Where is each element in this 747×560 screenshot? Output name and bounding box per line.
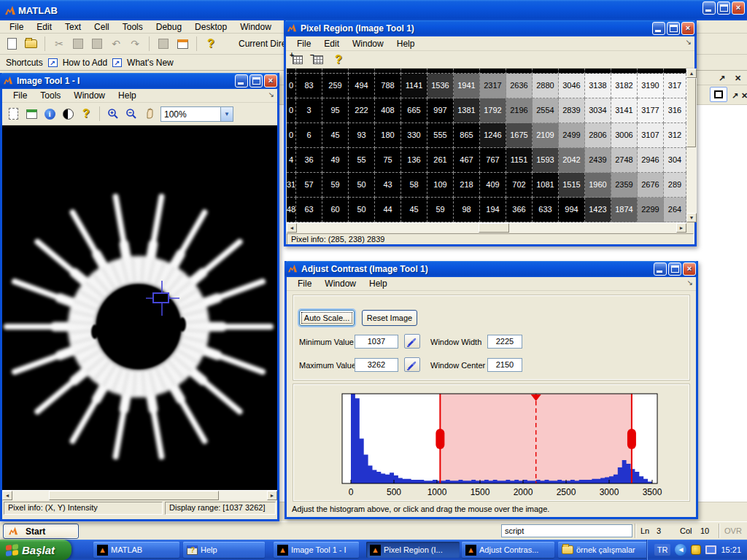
grid-cell[interactable]: 3034 [585, 98, 611, 123]
image-horizontal-scrollbar[interactable]: ◄ ► [2, 490, 277, 500]
guide-icon[interactable] [175, 36, 190, 51]
menu-window[interactable]: Window [233, 20, 278, 34]
close-button[interactable]: × [732, 1, 745, 15]
image-tool-titlebar[interactable]: Image Tool 1 - I × [0, 73, 279, 89]
grid-cell[interactable]: 555 [427, 123, 454, 148]
task-button-matlab[interactable]: ▲MATLAB [93, 542, 179, 558]
grid-cell[interactable]: 1941 [454, 74, 480, 98]
grid-cell[interactable]: 2806 [585, 123, 611, 148]
image-canvas[interactable] [2, 125, 277, 490]
dock-arrow-icon[interactable]: ↘ [268, 90, 274, 98]
grid-cell[interactable]: 312 [664, 123, 686, 148]
grid-cell-clipped[interactable] [401, 69, 427, 74]
grid-cell[interactable]: 633 [533, 198, 559, 222]
grid-cell[interactable]: 3107 [638, 123, 664, 148]
maximum-value-field[interactable]: 3262 [355, 358, 398, 372]
grid-cell[interactable]: 2042 [559, 148, 585, 173]
menu-help[interactable]: Help [112, 89, 143, 102]
task-button-adjust-contras[interactable]: ▲Adjust Contras... [462, 542, 554, 558]
menu-desktop[interactable]: Desktop [188, 20, 233, 34]
grid-cell[interactable]: 2317 [480, 74, 506, 98]
redo-icon[interactable]: ↷ [128, 36, 142, 51]
menu-help[interactable]: Help [390, 37, 422, 50]
menu-file[interactable]: File [3, 20, 30, 34]
grid-cell[interactable]: 259 [322, 74, 349, 98]
close-button[interactable]: × [683, 262, 696, 276]
help-icon[interactable]: ? [331, 52, 346, 67]
grid-cell[interactable]: 194 [480, 198, 506, 222]
grid-cell[interactable]: 665 [401, 98, 427, 123]
shortcut-icon[interactable]: ↗ [48, 58, 58, 67]
grid-cell[interactable]: 57 [296, 173, 322, 198]
menu-edit[interactable]: Edit [30, 20, 58, 34]
grid-cell[interactable]: 3 [296, 98, 322, 123]
help-icon[interactable]: ? [79, 106, 93, 121]
grid-cell[interactable]: 409 [480, 173, 506, 198]
image-info-icon[interactable]: i [42, 106, 57, 121]
grid-cell[interactable]: 2554 [533, 98, 559, 123]
maximize-button[interactable] [668, 262, 681, 276]
scroll-thumb[interactable] [479, 223, 509, 233]
grid-vertical-scrollbar[interactable]: ▲ ▼ [686, 69, 697, 222]
grid-cell[interactable]: 1423 [585, 198, 611, 222]
grid-cell[interactable]: 1246 [480, 123, 506, 148]
grid-cell[interactable]: 3046 [559, 74, 585, 98]
grid-cell[interactable]: 2748 [611, 148, 638, 173]
grid-cell[interactable]: 2946 [638, 148, 664, 173]
window-width-field[interactable]: 2225 [487, 335, 522, 349]
grid-cell-clipped[interactable] [559, 69, 585, 74]
grid-cell[interactable]: 58 [401, 173, 427, 198]
export-icon[interactable] [24, 106, 39, 121]
grid-cell[interactable]: 408 [375, 98, 401, 123]
help-icon[interactable]: ? [204, 36, 218, 51]
open-file-icon[interactable] [23, 36, 38, 51]
zoom-in-grid-icon[interactable]: + [290, 52, 305, 67]
grid-cell[interactable]: 109 [427, 173, 454, 198]
grid-cell[interactable]: 45 [322, 123, 349, 148]
scroll-down-arrow[interactable]: ▼ [686, 213, 697, 222]
grid-cell[interactable]: 304 [664, 148, 686, 173]
grid-cell[interactable]: 1874 [611, 198, 638, 222]
copy-icon[interactable] [71, 36, 85, 51]
dock-arrow-icon[interactable]: ↘ [686, 38, 692, 46]
grid-cell[interactable]: 2439 [585, 148, 611, 173]
grid-cell[interactable]: 3177 [638, 98, 664, 123]
grid-cell[interactable]: 1081 [533, 173, 559, 198]
scroll-left-arrow[interactable]: ◄ [2, 491, 12, 500]
grid-cell[interactable]: 2839 [559, 98, 585, 123]
paste-icon[interactable] [90, 36, 104, 51]
grid-cell[interactable]: 767 [480, 148, 506, 173]
minimize-button[interactable] [235, 74, 248, 88]
grid-cell[interactable]: 83 [296, 74, 322, 98]
grid-cell-clipped[interactable] [427, 69, 454, 74]
undock-icon[interactable]: ↗ [732, 91, 738, 101]
grid-cell[interactable]: 261 [427, 148, 454, 173]
grid-cell-clipped[interactable] [454, 69, 480, 74]
grid-horizontal-scrollbar[interactable]: ◄ ► [287, 222, 686, 233]
grid-cell[interactable]: 330 [401, 123, 427, 148]
grid-cell[interactable]: 6 [296, 123, 322, 148]
restore-button[interactable] [717, 1, 730, 15]
display-settings-icon[interactable] [705, 545, 716, 554]
script-field[interactable]: script [501, 524, 632, 537]
simulink-icon[interactable] [156, 36, 171, 51]
grid-cell[interactable]: 2636 [506, 74, 533, 98]
scroll-right-arrow[interactable]: ► [267, 491, 277, 500]
pan-hand-icon[interactable] [142, 106, 157, 121]
grid-cell-clipped[interactable] [480, 69, 506, 74]
maximize-button[interactable] [667, 22, 680, 35]
intensity-histogram[interactable]: 0500100015002000250030003500 [293, 384, 688, 499]
adjust-contrast-icon[interactable] [61, 106, 75, 121]
grid-cell[interactable]: 59 [427, 198, 454, 222]
language-indicator[interactable]: TR [654, 544, 671, 556]
adjust-contrast-titlebar[interactable]: Adjust Contrast (Image Tool 1) × [285, 261, 698, 277]
tray-icon[interactable] [691, 545, 701, 555]
task-button-help[interactable]: Help [183, 542, 265, 558]
close-pane-icon[interactable]: ✕ [735, 74, 741, 83]
grid-cell[interactable]: 1151 [506, 148, 533, 173]
minimize-button[interactable] [652, 22, 665, 35]
grid-cell[interactable]: 1381 [454, 98, 480, 123]
task-button-pixel-region-i[interactable]: ▲Pixel Region (I... [366, 542, 460, 558]
grid-cell[interactable]: 0 [287, 123, 296, 148]
language-bar-icon[interactable]: ◄ [675, 544, 686, 556]
